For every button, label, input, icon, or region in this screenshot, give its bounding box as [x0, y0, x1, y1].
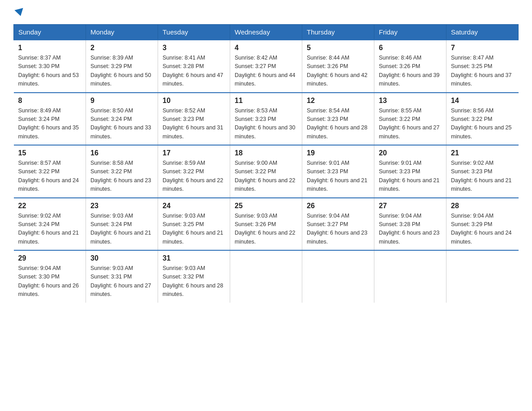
calendar-body: 1Sunrise: 8:37 AMSunset: 3:30 PMDaylight…	[14, 40, 519, 303]
calendar-header: SundayMondayTuesdayWednesdayThursdayFrid…	[14, 25, 519, 40]
day-info: Sunrise: 9:04 AMSunset: 3:28 PMDaylight:…	[379, 212, 442, 247]
day-info: Sunrise: 8:47 AMSunset: 3:25 PMDaylight:…	[451, 54, 514, 89]
day-number: 27	[379, 202, 442, 210]
day-cell: 7Sunrise: 8:47 AMSunset: 3:25 PMDaylight…	[446, 40, 519, 93]
day-cell: 23Sunrise: 9:03 AMSunset: 3:24 PMDayligh…	[86, 198, 158, 251]
page-header	[13, 9, 519, 16]
day-cell: 6Sunrise: 8:46 AMSunset: 3:26 PMDaylight…	[374, 40, 446, 93]
header-cell-sunday: Sunday	[14, 25, 86, 40]
day-info: Sunrise: 9:03 AMSunset: 3:31 PMDaylight:…	[90, 264, 153, 299]
day-number: 13	[379, 97, 442, 105]
day-number: 1	[18, 44, 82, 52]
day-info: Sunrise: 8:42 AMSunset: 3:27 PMDaylight:…	[235, 54, 297, 89]
day-info: Sunrise: 8:50 AMSunset: 3:24 PMDaylight:…	[90, 107, 153, 141]
day-cell: 26Sunrise: 9:04 AMSunset: 3:27 PMDayligh…	[302, 198, 374, 251]
day-cell: 22Sunrise: 9:02 AMSunset: 3:24 PMDayligh…	[14, 198, 86, 251]
day-cell: 30Sunrise: 9:03 AMSunset: 3:31 PMDayligh…	[86, 250, 158, 303]
day-cell	[446, 250, 519, 303]
day-number: 24	[163, 202, 225, 210]
week-row-5: 29Sunrise: 9:04 AMSunset: 3:30 PMDayligh…	[14, 250, 519, 303]
day-number: 14	[451, 97, 514, 105]
day-number: 16	[90, 149, 153, 157]
day-info: Sunrise: 8:54 AMSunset: 3:23 PMDaylight:…	[307, 107, 369, 141]
day-cell: 12Sunrise: 8:54 AMSunset: 3:23 PMDayligh…	[302, 93, 374, 146]
day-cell: 9Sunrise: 8:50 AMSunset: 3:24 PMDaylight…	[86, 93, 158, 146]
day-cell: 13Sunrise: 8:55 AMSunset: 3:22 PMDayligh…	[374, 93, 446, 146]
day-number: 17	[163, 149, 225, 157]
day-cell: 1Sunrise: 8:37 AMSunset: 3:30 PMDaylight…	[14, 40, 86, 93]
day-number: 26	[307, 202, 369, 210]
day-info: Sunrise: 8:52 AMSunset: 3:23 PMDaylight:…	[163, 107, 225, 141]
day-number: 18	[235, 149, 297, 157]
day-info: Sunrise: 8:53 AMSunset: 3:23 PMDaylight:…	[235, 107, 297, 141]
day-cell: 25Sunrise: 9:03 AMSunset: 3:26 PMDayligh…	[230, 198, 302, 251]
day-number: 29	[18, 254, 82, 262]
day-number: 8	[18, 97, 82, 105]
week-row-4: 22Sunrise: 9:02 AMSunset: 3:24 PMDayligh…	[14, 198, 519, 251]
day-info: Sunrise: 9:02 AMSunset: 3:23 PMDaylight:…	[451, 159, 514, 194]
day-info: Sunrise: 8:37 AMSunset: 3:30 PMDaylight:…	[18, 54, 82, 89]
day-info: Sunrise: 8:46 AMSunset: 3:26 PMDaylight:…	[379, 54, 442, 89]
day-number: 31	[163, 254, 225, 262]
day-cell	[230, 250, 302, 303]
day-cell	[374, 250, 446, 303]
day-cell: 4Sunrise: 8:42 AMSunset: 3:27 PMDaylight…	[230, 40, 302, 93]
day-cell: 3Sunrise: 8:41 AMSunset: 3:28 PMDaylight…	[158, 40, 230, 93]
day-number: 23	[90, 202, 153, 210]
day-cell: 28Sunrise: 9:04 AMSunset: 3:29 PMDayligh…	[446, 198, 519, 251]
day-number: 30	[90, 254, 153, 262]
day-cell: 24Sunrise: 9:03 AMSunset: 3:25 PMDayligh…	[158, 198, 230, 251]
day-number: 28	[451, 202, 514, 210]
header-cell-wednesday: Wednesday	[230, 25, 302, 40]
day-info: Sunrise: 9:04 AMSunset: 3:27 PMDaylight:…	[307, 212, 369, 247]
day-cell	[302, 250, 374, 303]
header-cell-saturday: Saturday	[446, 25, 519, 40]
day-info: Sunrise: 9:04 AMSunset: 3:30 PMDaylight:…	[18, 264, 82, 299]
day-info: Sunrise: 8:44 AMSunset: 3:26 PMDaylight:…	[307, 54, 369, 89]
day-cell: 11Sunrise: 8:53 AMSunset: 3:23 PMDayligh…	[230, 93, 302, 146]
header-row: SundayMondayTuesdayWednesdayThursdayFrid…	[14, 25, 519, 40]
day-info: Sunrise: 8:56 AMSunset: 3:22 PMDaylight:…	[451, 107, 514, 141]
day-number: 3	[163, 44, 225, 52]
day-cell: 20Sunrise: 9:01 AMSunset: 3:23 PMDayligh…	[374, 145, 446, 198]
day-number: 6	[379, 44, 442, 52]
day-cell: 17Sunrise: 8:59 AMSunset: 3:22 PMDayligh…	[158, 145, 230, 198]
header-cell-friday: Friday	[374, 25, 446, 40]
day-cell: 19Sunrise: 9:01 AMSunset: 3:23 PMDayligh…	[302, 145, 374, 198]
day-info: Sunrise: 8:59 AMSunset: 3:22 PMDaylight:…	[163, 159, 225, 194]
day-cell: 16Sunrise: 8:58 AMSunset: 3:22 PMDayligh…	[86, 145, 158, 198]
day-number: 22	[18, 202, 82, 210]
day-info: Sunrise: 9:03 AMSunset: 3:32 PMDaylight:…	[163, 264, 225, 299]
day-info: Sunrise: 8:58 AMSunset: 3:22 PMDaylight:…	[90, 159, 153, 194]
day-number: 19	[307, 149, 369, 157]
calendar-table: SundayMondayTuesdayWednesdayThursdayFrid…	[13, 24, 519, 303]
day-cell: 15Sunrise: 8:57 AMSunset: 3:22 PMDayligh…	[14, 145, 86, 198]
day-info: Sunrise: 8:57 AMSunset: 3:22 PMDaylight:…	[18, 159, 82, 194]
day-cell: 27Sunrise: 9:04 AMSunset: 3:28 PMDayligh…	[374, 198, 446, 251]
day-info: Sunrise: 9:02 AMSunset: 3:24 PMDaylight:…	[18, 212, 82, 247]
week-row-3: 15Sunrise: 8:57 AMSunset: 3:22 PMDayligh…	[14, 145, 519, 198]
day-info: Sunrise: 9:01 AMSunset: 3:23 PMDaylight:…	[379, 159, 442, 194]
day-info: Sunrise: 9:03 AMSunset: 3:26 PMDaylight:…	[235, 212, 297, 247]
day-number: 21	[451, 149, 514, 157]
day-cell: 31Sunrise: 9:03 AMSunset: 3:32 PMDayligh…	[158, 250, 230, 303]
day-cell: 21Sunrise: 9:02 AMSunset: 3:23 PMDayligh…	[446, 145, 519, 198]
day-info: Sunrise: 8:55 AMSunset: 3:22 PMDaylight:…	[379, 107, 442, 141]
day-cell: 8Sunrise: 8:49 AMSunset: 3:24 PMDaylight…	[14, 93, 86, 146]
logo-triangle-icon	[14, 8, 25, 17]
header-cell-tuesday: Tuesday	[158, 25, 230, 40]
day-cell: 14Sunrise: 8:56 AMSunset: 3:22 PMDayligh…	[446, 93, 519, 146]
day-cell: 29Sunrise: 9:04 AMSunset: 3:30 PMDayligh…	[14, 250, 86, 303]
day-info: Sunrise: 9:00 AMSunset: 3:22 PMDaylight:…	[235, 159, 297, 194]
day-number: 20	[379, 149, 442, 157]
day-number: 12	[307, 97, 369, 105]
day-number: 9	[90, 97, 153, 105]
day-info: Sunrise: 8:49 AMSunset: 3:24 PMDaylight:…	[18, 107, 82, 141]
day-number: 11	[235, 97, 297, 105]
header-cell-thursday: Thursday	[302, 25, 374, 40]
day-cell: 18Sunrise: 9:00 AMSunset: 3:22 PMDayligh…	[230, 145, 302, 198]
day-info: Sunrise: 9:03 AMSunset: 3:25 PMDaylight:…	[163, 212, 225, 247]
day-info: Sunrise: 9:04 AMSunset: 3:29 PMDaylight:…	[451, 212, 514, 247]
day-info: Sunrise: 9:03 AMSunset: 3:24 PMDaylight:…	[90, 212, 153, 247]
day-info: Sunrise: 8:39 AMSunset: 3:29 PMDaylight:…	[90, 54, 153, 89]
